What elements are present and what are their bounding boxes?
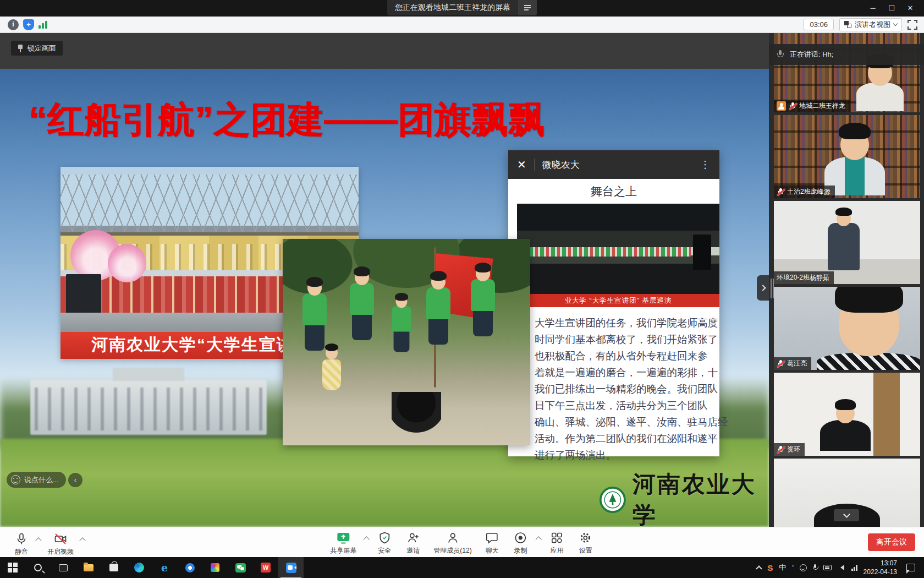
voice-input-icon[interactable] [813, 564, 817, 571]
windows-taskbar: e W S 中 ’ 13:07 2022-04-13 [0, 557, 924, 578]
store-button[interactable] [101, 557, 127, 578]
view-mode-button[interactable]: 演讲者视图 [839, 18, 902, 31]
search-button[interactable] [25, 557, 51, 578]
article-header: ✕ 微晓农大 ⋮ [508, 150, 719, 179]
tool-label: 录制 [514, 546, 527, 555]
signal-icon[interactable] [38, 20, 47, 29]
browser-button[interactable] [177, 557, 202, 578]
photos-icon [211, 563, 219, 572]
mic-muted-icon [777, 188, 784, 197]
security-button[interactable]: 安全 [372, 527, 397, 555]
participant-video[interactable]: 环境20-2班杨静茹 [774, 201, 920, 284]
maximize-button[interactable]: ☐ [882, 0, 901, 17]
settings-button[interactable]: 设置 [573, 527, 598, 555]
article-line: 着就是一遍遍的磨合，一遍遍的彩排，十 [535, 364, 716, 381]
windows-start-icon [8, 563, 18, 572]
record-button[interactable]: 录制 [508, 527, 534, 555]
meeting-window: 您正在观看地城二班王祥龙的屏幕 ─ ☐ ✕ i + 03:06 演讲者视图 [0, 0, 924, 578]
more-options-icon[interactable]: ⋮ [700, 159, 711, 171]
leave-meeting-button[interactable]: 离开会议 [868, 533, 915, 551]
article-line: 大学生宣讲团的任务，我们学院老师高度 [535, 315, 716, 331]
photos-button[interactable] [202, 557, 228, 578]
share-options-chevron[interactable] [364, 536, 370, 542]
wechat-button[interactable] [228, 557, 253, 578]
more-participants-button[interactable] [834, 509, 859, 521]
task-view-button[interactable] [51, 557, 76, 578]
tool-label: 设置 [579, 546, 592, 555]
ime-indicator[interactable]: 中 [779, 563, 786, 572]
viewing-banner[interactable]: 您正在观看地城二班王祥龙的屏幕 [387, 0, 537, 15]
volunteer-figure [350, 270, 374, 340]
folder-icon [84, 564, 94, 571]
close-icon[interactable]: ✕ [517, 159, 526, 170]
participant-name-tag: 环境20-2班杨静茹 [774, 271, 834, 284]
participant-video[interactable]: 葛汪亮 [774, 287, 920, 370]
ie-button[interactable]: e [152, 557, 177, 578]
minimize-button[interactable]: ─ [864, 0, 882, 17]
speaker-icon[interactable] [838, 565, 844, 570]
university-name: 河南农业大学 [632, 469, 769, 527]
participant-video[interactable]: 土治2班庞峰源 [774, 115, 920, 198]
wps-icon: W [261, 563, 271, 572]
participant-name: 葛汪亮 [787, 359, 807, 368]
emoji-tray-icon[interactable] [800, 564, 807, 571]
tool-label: 开启视频 [47, 547, 74, 557]
close-button[interactable]: ✕ [901, 0, 920, 17]
start-video-button[interactable]: 开启视频 [43, 528, 78, 557]
taskbar-clock[interactable]: 13:07 2022-04-13 [864, 559, 897, 576]
ime-punctuation-icon[interactable]: ’ [792, 564, 794, 572]
meeting-topbar: i + 03:06 演讲者视图 [0, 17, 924, 33]
notification-icon[interactable] [906, 564, 915, 571]
sidebar-resize-grip[interactable] [771, 279, 774, 298]
banner-menu-icon[interactable] [518, 0, 537, 15]
network-icon[interactable] [851, 565, 857, 571]
collapse-comment-button[interactable]: ‹ [68, 473, 82, 487]
browser-icon [185, 563, 195, 572]
comment-placeholder: 说点什么... [24, 475, 59, 485]
keyboard-icon[interactable] [823, 565, 832, 570]
record-options-chevron[interactable] [536, 536, 542, 542]
tool-label: 静音 [15, 547, 28, 557]
edge-button[interactable] [127, 557, 152, 578]
meeting-app-button[interactable] [278, 557, 304, 578]
video-options-chevron[interactable] [79, 537, 85, 543]
mic-muted-icon [777, 359, 784, 368]
file-explorer-button[interactable] [76, 557, 101, 578]
info-icon[interactable]: i [8, 19, 19, 30]
sidebar-collapse-button[interactable] [757, 275, 770, 301]
hidden-icons-chevron[interactable] [756, 565, 762, 571]
tool-label: 应用 [551, 546, 564, 555]
members-icon [446, 531, 459, 544]
invite-button[interactable]: 邀请 [400, 527, 426, 555]
article-line: 时同学们基本都离校了，我们开始紧张了 [535, 331, 716, 348]
emoji-icon[interactable] [11, 475, 20, 484]
apps-button[interactable]: 应用 [544, 527, 570, 555]
manage-members-button[interactable]: 管理成员(12) [429, 527, 476, 555]
mute-options-chevron[interactable] [35, 537, 41, 543]
participant-video[interactable]: 资环 [774, 373, 920, 456]
article-line: 进行了两场演出。 [535, 447, 716, 464]
fullscreen-icon[interactable] [908, 20, 917, 30]
lock-view-button[interactable]: 锁定画面 [11, 41, 63, 56]
share-screen-button[interactable]: 共享屏幕 [326, 527, 361, 555]
tool-label: 安全 [378, 546, 391, 555]
wps-button[interactable]: W [253, 557, 278, 578]
start-button[interactable] [0, 557, 25, 578]
camera-off-icon [54, 532, 67, 546]
task-view-icon [59, 564, 68, 571]
window-controls: ─ ☐ ✕ [864, 0, 920, 17]
invite-icon [406, 531, 420, 544]
slide-title: “红船引航”之团建——团旗飘飘 [29, 95, 645, 145]
shield-icon[interactable]: + [23, 19, 34, 30]
participant-name-tag: 资环 [774, 443, 805, 456]
sogou-input-icon[interactable]: S [767, 563, 773, 572]
participants-rail: 正在讲话: Hh; 地城二班王祥龙 [769, 33, 924, 527]
comment-input[interactable]: 说点什么... [7, 472, 66, 488]
apps-icon [551, 531, 564, 544]
mute-button[interactable]: 静音 [9, 528, 34, 557]
article-line: 活动。作为第二团队的我们在泌阳和遂平 [535, 430, 716, 447]
chat-button[interactable]: 聊天 [480, 527, 505, 555]
university-logo-icon [600, 486, 626, 514]
volunteer-figure [426, 274, 450, 345]
article-app-title: 微晓农大 [542, 159, 580, 171]
